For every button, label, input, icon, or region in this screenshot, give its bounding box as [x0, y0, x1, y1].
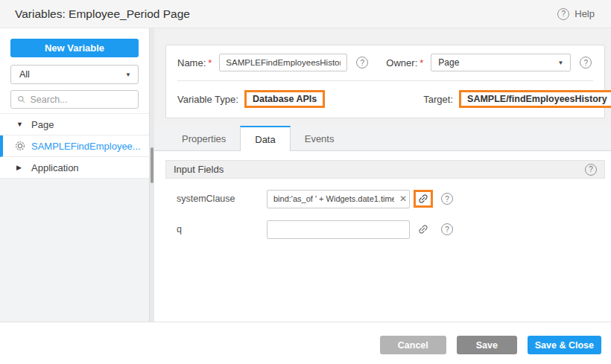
sidebar-divider [149, 28, 154, 322]
input-fields-title: Input Fields [174, 164, 224, 175]
q-link-cell [410, 222, 437, 237]
tree-node-application-label: Application [31, 162, 79, 173]
variable-type-value-highlighted: Database APIs [244, 90, 325, 108]
tab-events[interactable]: Events [291, 126, 349, 150]
owner-select[interactable]: Page ▼ [431, 54, 571, 71]
q-label: q [165, 224, 267, 234]
sidebar-empty-area [0, 179, 149, 322]
page-title: Variables: Employee_Period Page [15, 7, 190, 21]
variable-filter-select[interactable]: All ▼ [10, 65, 139, 84]
input-field-row-systemclause: systemClause ✕ ? [165, 188, 605, 209]
search-input[interactable] [31, 95, 132, 105]
systemclause-input-wrap: ✕ [267, 190, 410, 208]
variable-type-label: Variable Type: [177, 94, 238, 105]
owner-required-marker: * [420, 57, 423, 68]
tree-node-page[interactable]: ▼ Page [0, 114, 149, 135]
systemclause-label: systemClause [165, 194, 267, 204]
tree-node-selected-label: SAMPLEFindEmployee... [31, 141, 141, 152]
new-variable-button[interactable]: New Variable [10, 39, 139, 57]
variable-summary-section: Name: * ? Owner: * Page ▼ ? Variable Typ… [154, 28, 611, 126]
tree-node-page-label: Page [31, 119, 54, 130]
tree-node-selected-variable[interactable]: SAMPLEFindEmployee... [0, 135, 149, 157]
type-target-row: Variable Type: Database APIs Target: SAM… [177, 90, 593, 108]
name-label: Name: [177, 57, 206, 68]
input-fields-help-icon[interactable]: ? [585, 164, 597, 176]
variable-detail-panel: Name: * ? Owner: * Page ▼ ? Variable Typ… [154, 28, 611, 322]
detail-tabs: Properties Data Events [154, 126, 611, 151]
clear-binding-icon[interactable]: ✕ [399, 194, 407, 203]
input-field-row-q: q ? [165, 219, 605, 240]
save-and-close-button[interactable]: Save & Close [528, 336, 601, 354]
link-icon [417, 223, 429, 235]
variable-name-input[interactable] [219, 54, 347, 71]
variable-filter-value: All [19, 69, 30, 80]
variable-summary-card: Name: * ? Owner: * Page ▼ ? Variable Typ… [165, 45, 605, 118]
name-help-icon[interactable]: ? [356, 57, 368, 68]
caret-down-icon: ▼ [16, 121, 25, 128]
q-input-wrap [267, 220, 410, 239]
chevron-down-icon: ▼ [125, 71, 131, 78]
help-icon: ? [557, 8, 569, 20]
target-label: Target: [423, 94, 453, 105]
owner-selected-value: Page [438, 57, 459, 68]
systemclause-bind-button-highlighted[interactable] [414, 190, 433, 208]
card-divider [177, 80, 593, 81]
search-icon [17, 95, 26, 104]
data-tab-content: Input Fields ? systemClause ✕ [154, 151, 611, 322]
tab-properties[interactable]: Properties [168, 126, 240, 150]
variables-sidebar: New Variable All ▼ ▼ Page [0, 28, 149, 322]
service-variable-icon [15, 141, 25, 151]
q-help-icon[interactable]: ? [441, 223, 453, 235]
footer-actions: Cancel Save Save & Close [0, 322, 611, 364]
tree-node-application[interactable]: ▶ Application [0, 157, 149, 179]
name-owner-row: Name: * ? Owner: * Page ▼ ? [177, 54, 593, 71]
input-fields-header: Input Fields ? [165, 160, 605, 179]
help-button[interactable]: ? Help [557, 8, 595, 20]
caret-right-icon: ▶ [16, 164, 25, 171]
save-button[interactable]: Save [457, 336, 517, 354]
systemclause-link-cell [410, 190, 437, 208]
owner-label: Owner: [386, 57, 417, 68]
q-bind-button[interactable] [416, 222, 431, 237]
systemclause-help-icon[interactable]: ? [441, 193, 453, 205]
chevron-down-icon: ▼ [557, 60, 563, 66]
q-input[interactable] [267, 220, 410, 239]
sidebar-controls: New Variable All ▼ [0, 28, 149, 113]
link-icon [417, 193, 429, 205]
cancel-button[interactable]: Cancel [380, 336, 446, 354]
scrollbar-thumb[interactable] [151, 147, 153, 183]
title-bar: Variables: Employee_Period Page ? Help [0, 0, 611, 28]
tab-data[interactable]: Data [240, 126, 290, 151]
variables-tree: ▼ Page SAMPLEFindEmployee... ▶ Applicati… [0, 113, 149, 179]
name-required-marker: * [208, 57, 212, 68]
owner-help-icon[interactable]: ? [580, 57, 592, 68]
help-label: Help [574, 8, 595, 19]
variable-search[interactable] [10, 90, 139, 109]
target-value-highlighted: SAMPLE/findEmployeesHistory [459, 90, 611, 108]
systemclause-input[interactable] [267, 190, 410, 208]
main-layout: New Variable All ▼ ▼ Page [0, 28, 611, 322]
